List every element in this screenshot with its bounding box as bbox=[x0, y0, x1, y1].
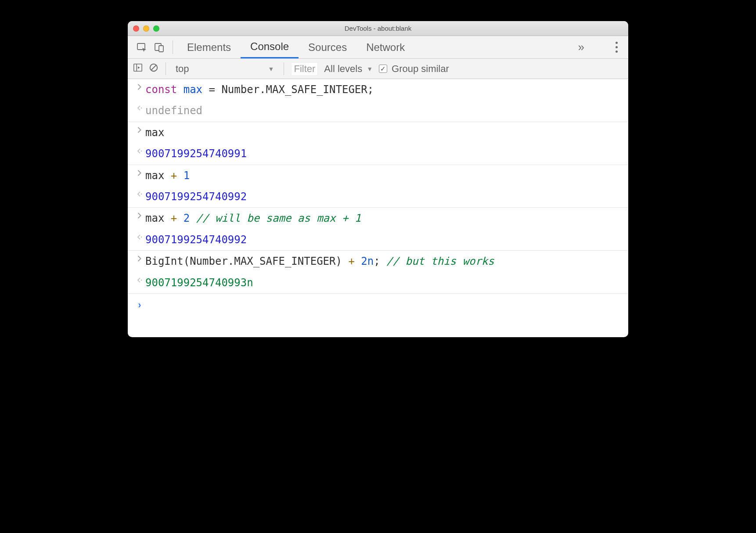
filter-input[interactable]: Filter bbox=[291, 62, 318, 76]
panel-tabs: Elements Console Sources Network bbox=[177, 36, 414, 58]
console-entry: max9007199254740991 bbox=[128, 122, 628, 165]
output-chevron-icon bbox=[134, 233, 145, 240]
levels-label: All levels bbox=[324, 63, 362, 75]
console-input-code: max + 1 bbox=[145, 169, 623, 183]
console-output-value: undefined bbox=[145, 104, 623, 118]
overflow-tabs-icon[interactable]: » bbox=[578, 40, 586, 54]
console-output-value: 9007199254740992 bbox=[145, 233, 623, 247]
console-output-row: 9007199254740992 bbox=[128, 186, 628, 207]
tab-elements[interactable]: Elements bbox=[177, 36, 241, 58]
output-chevron-icon bbox=[134, 104, 145, 111]
console-input-row[interactable]: max bbox=[128, 122, 628, 143]
console-input-code: max + 2 // will be same as max + 1 bbox=[145, 211, 623, 225]
window-controls bbox=[133, 25, 159, 32]
console-output-value: 9007199254740992 bbox=[145, 190, 623, 204]
console-input-row[interactable]: BigInt(Number.MAX_SAFE_INTEGER) + 2n; //… bbox=[128, 251, 628, 272]
filterbar-separator bbox=[166, 62, 166, 75]
console-output-value: 9007199254740991 bbox=[145, 147, 623, 161]
log-level-selector[interactable]: All levels ▼ bbox=[324, 63, 373, 75]
window-title: DevTools - about:blank bbox=[128, 25, 628, 32]
tab-sources[interactable]: Sources bbox=[299, 36, 356, 58]
output-chevron-icon bbox=[134, 276, 145, 283]
svg-point-7 bbox=[141, 194, 142, 195]
console-sidebar-toggle-icon[interactable] bbox=[133, 63, 143, 75]
input-chevron-icon bbox=[134, 211, 145, 219]
titlebar: DevTools - about:blank bbox=[128, 21, 628, 36]
chevron-down-icon: ▼ bbox=[268, 65, 274, 72]
prompt-chevron-icon: › bbox=[134, 297, 145, 312]
console-entry: BigInt(Number.MAX_SAFE_INTEGER) + 2n; //… bbox=[128, 251, 628, 294]
console-input-code: BigInt(Number.MAX_SAFE_INTEGER) + 2n; //… bbox=[145, 254, 623, 268]
console-input-row[interactable]: const max = Number.MAX_SAFE_INTEGER; bbox=[128, 79, 628, 100]
input-chevron-icon bbox=[134, 169, 145, 176]
toolbar-separator bbox=[173, 40, 173, 54]
filterbar-separator bbox=[284, 62, 284, 75]
console-input-code: max bbox=[145, 126, 623, 140]
inspect-element-icon[interactable] bbox=[133, 36, 151, 58]
svg-point-9 bbox=[141, 279, 142, 281]
input-chevron-icon bbox=[134, 126, 145, 133]
console-entry: const max = Number.MAX_SAFE_INTEGER;unde… bbox=[128, 79, 628, 122]
zoom-window-button[interactable] bbox=[153, 25, 159, 32]
svg-point-6 bbox=[141, 151, 142, 152]
svg-rect-2 bbox=[159, 46, 163, 52]
context-selector[interactable]: top ▼ bbox=[173, 63, 277, 75]
console-entry: max + 2 // will be same as max + 1900719… bbox=[128, 208, 628, 251]
clear-console-icon[interactable] bbox=[149, 63, 158, 75]
group-similar-checkbox[interactable]: ✓ bbox=[379, 65, 387, 73]
console-prompt[interactable]: › bbox=[128, 294, 628, 315]
chevron-down-icon: ▼ bbox=[367, 65, 373, 72]
output-chevron-icon bbox=[134, 190, 145, 197]
devtools-window: DevTools - about:blank Elements Console … bbox=[128, 21, 628, 337]
minimize-window-button[interactable] bbox=[143, 25, 149, 32]
console-output-row: 9007199254740993n bbox=[128, 272, 628, 293]
main-toolbar: Elements Console Sources Network » bbox=[128, 36, 628, 59]
console-entry: max + 19007199254740992 bbox=[128, 165, 628, 208]
tab-network[interactable]: Network bbox=[356, 36, 414, 58]
tab-console[interactable]: Console bbox=[241, 36, 299, 58]
close-window-button[interactable] bbox=[133, 25, 139, 32]
context-label: top bbox=[176, 63, 189, 75]
console-filter-bar: top ▼ Filter All levels ▼ ✓ Group simila… bbox=[128, 59, 628, 79]
settings-menu-icon[interactable] bbox=[611, 42, 622, 53]
input-chevron-icon bbox=[134, 254, 145, 262]
console-input-code: const max = Number.MAX_SAFE_INTEGER; bbox=[145, 83, 623, 97]
console-output-row: undefined bbox=[128, 100, 628, 121]
device-toolbar-icon[interactable] bbox=[151, 36, 168, 58]
svg-point-8 bbox=[141, 236, 142, 238]
svg-point-5 bbox=[141, 108, 142, 109]
console-output-row: 9007199254740992 bbox=[128, 229, 628, 250]
console-output-row: 9007199254740991 bbox=[128, 143, 628, 164]
console-output-value: 9007199254740993n bbox=[145, 276, 623, 290]
input-chevron-icon bbox=[134, 83, 145, 90]
console-output: const max = Number.MAX_SAFE_INTEGER;unde… bbox=[128, 79, 628, 294]
console-input-row[interactable]: max + 2 // will be same as max + 1 bbox=[128, 208, 628, 229]
console-input-row[interactable]: max + 1 bbox=[128, 165, 628, 186]
group-similar-label: Group similar bbox=[392, 63, 449, 75]
output-chevron-icon bbox=[134, 147, 145, 154]
